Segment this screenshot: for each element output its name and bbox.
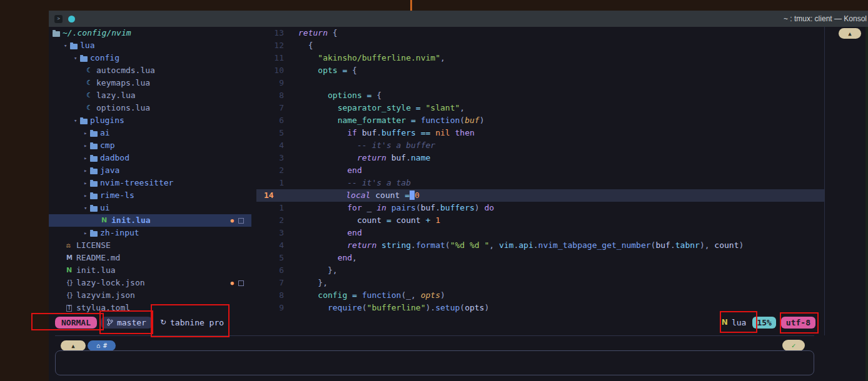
line-number: 14 (256, 189, 291, 202)
tree-item-label: lazyvim.json (76, 289, 135, 302)
tree-item-label: ai (100, 127, 110, 139)
tree-item-keymaps-lua[interactable]: ☾keymaps.lua (49, 77, 251, 89)
code-line[interactable]: 8 config = function(_, opts) (256, 289, 824, 302)
tree-item-lazyvim-json[interactable]: {}lazyvim.json (49, 289, 251, 302)
window-scrollbar-strip[interactable] (865, 27, 868, 381)
code-line[interactable]: 4 -- it's a buffer (256, 139, 824, 152)
chevron-down-icon[interactable]: ▾ (74, 114, 80, 127)
tree-item-lua[interactable]: ▾lua (49, 39, 251, 52)
tree-item-options-lua[interactable]: ☾options.lua (49, 102, 251, 114)
chevron-right-icon[interactable]: ▸ (84, 127, 90, 139)
chevron-down-icon[interactable]: ▾ (84, 202, 90, 214)
chevron-right-icon[interactable]: ▸ (84, 177, 90, 189)
code-line[interactable]: 2 count = count + 1 (256, 214, 824, 227)
code-text: name_formatter = function(buf) (293, 114, 824, 127)
tree-item-ui[interactable]: ▾ui (49, 202, 251, 214)
up-arrow-icon: ▲ (71, 343, 74, 349)
code-line[interactable]: 6 }, (256, 264, 824, 277)
code-line[interactable]: 10 opts = { (256, 64, 824, 77)
tree-item-plugins[interactable]: ▾plugins (49, 114, 251, 127)
license-file-icon: ⚖ (66, 239, 76, 252)
code-text: count = count + 1 (293, 214, 824, 227)
tree-item-lazy-lua[interactable]: ☾lazy.lua (49, 89, 251, 102)
code-text: end (293, 164, 824, 177)
code-line[interactable]: 4 return string.format("%d %d ", vim.api… (256, 239, 824, 252)
code-text: end, (293, 252, 824, 264)
code-line[interactable]: 11 "akinsho/bufferline.nvim", (256, 52, 824, 64)
tree-item-label: lazy.lua (96, 89, 136, 102)
code-line[interactable]: 7 }, (256, 277, 824, 289)
tree-item-label: nvim-treesitter (100, 177, 173, 189)
folder-icon (90, 180, 100, 187)
code-line[interactable]: 13return { (256, 27, 824, 39)
chevron-down-icon[interactable]: ▾ (64, 39, 70, 52)
home-icon: ⌂ (96, 342, 100, 349)
tree-item-lazy-lock-json[interactable]: {}lazy-lock.json● (49, 277, 251, 289)
chevron-right-icon[interactable]: ▸ (84, 152, 90, 164)
code-line[interactable]: 3 return buf.name (256, 152, 824, 164)
tree-item-label: init.lua (111, 214, 151, 227)
code-line[interactable]: 8 options = { (256, 89, 824, 102)
chevron-down-icon[interactable]: ▾ (74, 52, 80, 64)
tree-item-license[interactable]: ⚖LICENSE (49, 239, 251, 252)
annotation-box (780, 312, 819, 334)
tree-item-init-lua[interactable]: Ninit.lua (49, 264, 251, 277)
line-number: 6 (256, 264, 293, 277)
folder-icon (70, 42, 80, 49)
line-number: 5 (256, 252, 293, 264)
scroll-up-pill[interactable]: ▲ (839, 28, 861, 39)
open-buffer-square-icon (238, 218, 244, 224)
code-line[interactable]: 5 if buf.buffers == nil then (256, 127, 824, 139)
line-number: 2 (256, 214, 293, 227)
code-editor[interactable]: 13return {12 {11 "akinsho/bufferline.nvi… (256, 27, 824, 314)
code-line[interactable]: 9 (256, 77, 824, 89)
code-line[interactable]: 5 end, (256, 252, 824, 264)
tree-item-readme-md[interactable]: MREADME.md (49, 252, 251, 264)
code-line[interactable]: 3 end (256, 227, 824, 239)
tree-item-ai[interactable]: ▸ai (49, 127, 251, 139)
chevron-right-icon[interactable]: ▸ (84, 139, 90, 152)
code-line-current[interactable]: 14 local count = 0 (256, 189, 824, 202)
tree-item-init-lua[interactable]: Ninit.lua● (49, 214, 251, 227)
shell-input-box[interactable] (55, 350, 814, 375)
lua-file-icon: ☾ (86, 102, 96, 114)
code-line[interactable]: 7 separator_style = "slant", (256, 102, 824, 114)
tree-item-autocmds-lua[interactable]: ☾autocmds.lua (49, 64, 251, 77)
code-line[interactable]: 6 name_formatter = function(buf) (256, 114, 824, 127)
code-line[interactable]: 2 end (256, 164, 824, 177)
tree-item-nvim-treesitter[interactable]: ▸nvim-treesitter (49, 177, 251, 189)
line-number: 9 (256, 302, 293, 314)
code-text: local count = 0 (291, 189, 824, 202)
desktop-accent-line (410, 0, 412, 11)
folder-icon (90, 167, 100, 174)
json-file-icon: {} (66, 289, 76, 302)
code-text: if buf.buffers == nil then (293, 127, 824, 139)
tree-item-zh-input[interactable]: ▸zh-input (49, 227, 251, 239)
prompt-up-arrow-pill[interactable]: ▲ (61, 340, 86, 351)
chevron-right-icon[interactable]: ▸ (84, 164, 90, 177)
code-text (293, 77, 824, 89)
annotation-box (720, 311, 757, 333)
code-text: return string.format("%d %d ", vim.api.n… (293, 239, 824, 252)
pane-separator-vertical[interactable] (824, 27, 825, 335)
tree-item-dadbod[interactable]: ▸dadbod (49, 152, 251, 164)
tree-item-rime-ls[interactable]: ▸rime-ls (49, 189, 251, 202)
code-text: return buf.name (293, 152, 824, 164)
tree-item-label: options.lua (96, 102, 150, 114)
tree-item-cmp[interactable]: ▸cmp (49, 139, 251, 152)
line-number: 6 (256, 114, 293, 127)
tree-item-java[interactable]: ▸java (49, 164, 251, 177)
prompt-nav-pill[interactable]: ⌂ # (88, 340, 116, 351)
code-line[interactable]: 1 for _ in pairs(buf.buffers) do (256, 202, 824, 214)
window-titlebar[interactable]: > ~ : tmux: client — Konsol (49, 11, 868, 27)
tree-item--config-nvim[interactable]: ~/.config/nvim (49, 27, 251, 39)
code-line[interactable]: 12 { (256, 39, 824, 52)
tree-item-config[interactable]: ▾config (49, 52, 251, 64)
code-text: separator_style = "slant", (293, 102, 824, 114)
line-number: 13 (256, 27, 293, 39)
code-line[interactable]: 1 -- it's a tab (256, 177, 824, 189)
tree-item-label: README.md (76, 252, 120, 264)
chevron-right-icon[interactable]: ▸ (84, 189, 90, 202)
chevron-right-icon[interactable]: ▸ (84, 227, 90, 239)
line-number: 2 (256, 164, 293, 177)
